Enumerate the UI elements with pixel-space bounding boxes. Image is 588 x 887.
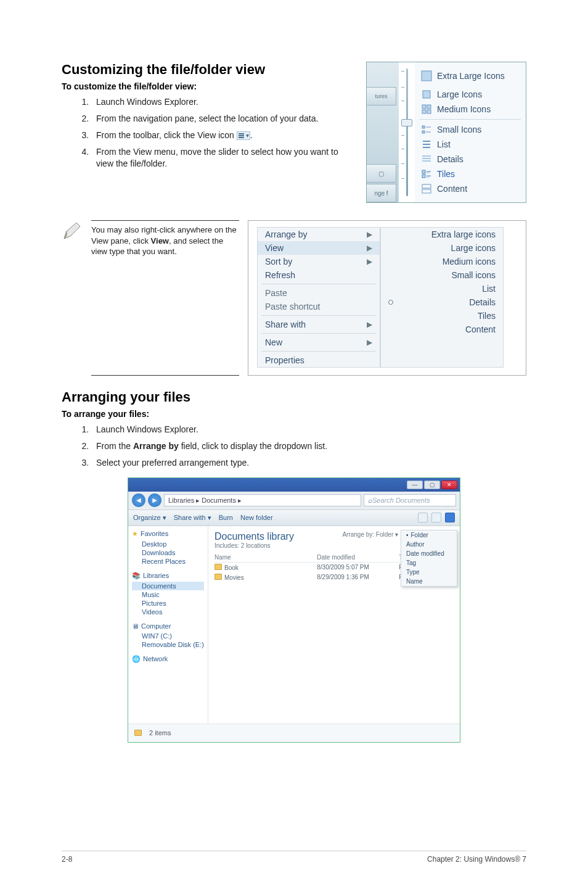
ctx-view-details[interactable]: Details: [381, 295, 503, 309]
ctx-view-list[interactable]: List: [381, 282, 503, 295]
view-small[interactable]: Small Icons: [420, 122, 521, 137]
large-icon: [421, 89, 432, 100]
ctx-refresh[interactable]: Refresh: [258, 268, 380, 282]
arrange-by-label[interactable]: Arrange by: Folder ▾: [342, 531, 398, 538]
view-medium[interactable]: Medium Icons: [420, 102, 521, 117]
tb-organize[interactable]: Organize ▾: [133, 514, 166, 522]
nav-favorites[interactable]: Favorites: [141, 530, 168, 537]
content-icon: [421, 183, 432, 194]
nav-back[interactable]: ◄: [132, 493, 145, 507]
page-number: 2-8: [62, 855, 72, 864]
arr-step-2: From the Arrange by field, click to disp…: [91, 440, 526, 452]
view-icon: [237, 131, 250, 140]
nav-removable[interactable]: Removable Disk (E:): [132, 640, 204, 649]
svg-rect-3: [427, 105, 431, 109]
steps-arranging: Launch Windows Explorer. From the Arrang…: [62, 424, 526, 469]
arrange-type[interactable]: Type: [401, 567, 457, 577]
ctx-properties[interactable]: Properties: [258, 353, 380, 367]
svg-rect-6: [422, 126, 425, 128]
arrange-tag[interactable]: Tag: [401, 558, 457, 567]
window-stub-3: nge f: [367, 184, 396, 202]
subheading-customize: To customize the file/folder view:: [62, 81, 356, 91]
view-tiles[interactable]: Tiles: [420, 167, 521, 181]
view-details[interactable]: Details: [420, 152, 521, 167]
explorer-toolbar: Organize ▾ Share with ▾ Burn New folder: [128, 510, 460, 526]
arrange-author[interactable]: Author: [401, 540, 457, 549]
arrange-by-dropdown[interactable]: FolderAuthorDate modifiedTagTypeName: [401, 530, 457, 587]
view-button-icon[interactable]: [418, 513, 428, 522]
svg-rect-7: [422, 131, 425, 133]
svg-rect-14: [422, 158, 431, 159]
min-button[interactable]: —: [407, 481, 423, 489]
nav-videos[interactable]: Videos: [132, 608, 204, 616]
view-extra-large[interactable]: Extra Large Icons: [420, 68, 521, 83]
view-size-menu: tures ▢ nge f: [366, 62, 526, 203]
context-menu-screenshot: Arrange by▶View▶Sort by▶RefreshPastePast…: [248, 220, 526, 376]
nav-libraries[interactable]: Libraries: [143, 572, 169, 579]
ctx-paste-shortcut: Paste shortcut: [258, 300, 380, 313]
preview-pane-icon[interactable]: [431, 513, 441, 522]
nav-music[interactable]: Music: [132, 590, 204, 599]
max-button[interactable]: ▢: [424, 481, 440, 489]
search-box[interactable]: ⌕ Search Documents: [364, 494, 456, 506]
context-menu-right: Extra large iconsLarge iconsMedium icons…: [380, 227, 504, 368]
svg-rect-2: [422, 105, 426, 109]
ctx-view-small-icons[interactable]: Small icons: [381, 268, 503, 282]
folder-icon: [214, 574, 222, 580]
nav-network[interactable]: Network: [143, 655, 168, 662]
context-menu-left: Arrange by▶View▶Sort by▶RefreshPastePast…: [257, 227, 380, 368]
svg-rect-19: [422, 175, 425, 178]
arrange-date-modified[interactable]: Date modified: [401, 549, 457, 558]
svg-rect-15: [422, 160, 431, 162]
subheading-arranging: To arrange your files:: [62, 409, 526, 419]
ctx-arrange-by[interactable]: Arrange by▶: [258, 228, 380, 241]
ctx-sort-by[interactable]: Sort by▶: [258, 255, 380, 268]
tb-share[interactable]: Share with ▾: [174, 514, 211, 522]
svg-rect-23: [422, 189, 431, 193]
heading-customize: Customizing the file/folder view: [62, 62, 356, 78]
nav-documents[interactable]: Documents: [132, 582, 204, 590]
view-slider[interactable]: [399, 62, 415, 202]
ctx-view-tiles[interactable]: Tiles: [381, 309, 503, 323]
nav-fwd[interactable]: ►: [148, 493, 161, 507]
note-text: You may also right-click anywhere on the…: [91, 220, 239, 376]
extra-large-icon: [421, 70, 432, 81]
svg-rect-13: [422, 155, 431, 157]
nav-c-drive[interactable]: WIN7 (C:): [132, 632, 204, 640]
tb-burn[interactable]: Burn: [219, 514, 233, 521]
nav-downloads[interactable]: Downloads: [132, 548, 204, 557]
view-large[interactable]: Large Icons: [420, 87, 521, 102]
page-footer: 2-8 Chapter 2: Using Windows® 7: [62, 851, 526, 864]
window-stub-1: tures: [367, 87, 396, 105]
ctx-view-content[interactable]: Content: [381, 323, 503, 336]
slider-handle[interactable]: [401, 119, 412, 126]
ctx-new[interactable]: New▶: [258, 336, 380, 349]
heading-arranging: Arranging your files: [62, 389, 526, 405]
close-button[interactable]: ✕: [441, 481, 457, 489]
address-bar[interactable]: Libraries ▸ Documents ▸: [164, 494, 361, 506]
tb-newfolder[interactable]: New folder: [240, 514, 273, 521]
view-content[interactable]: Content: [420, 181, 521, 196]
note-pencil-icon: [62, 220, 83, 241]
ctx-view-extra-large-icons[interactable]: Extra large icons: [381, 228, 503, 241]
arr-step-3: Select your preferred arrangement type.: [91, 457, 526, 469]
nav-computer[interactable]: Computer: [141, 622, 171, 630]
view-list[interactable]: List: [420, 137, 521, 152]
window-stub-2: ▢: [367, 164, 396, 183]
step-3: From the toolbar, click the View icon .: [91, 130, 356, 141]
nav-desktop[interactable]: Desktop: [132, 540, 204, 548]
ctx-view-medium-icons[interactable]: Medium icons: [381, 255, 503, 268]
svg-rect-0: [422, 71, 431, 81]
steps-customize: Launch Windows Explorer. From the naviga…: [62, 96, 356, 169]
arrange-folder[interactable]: Folder: [401, 530, 457, 540]
help-icon[interactable]: [445, 513, 455, 522]
arrange-name[interactable]: Name: [401, 577, 457, 586]
ctx-share-with[interactable]: Share with▶: [258, 318, 380, 331]
svg-rect-22: [422, 184, 431, 188]
window-titlebar: — ▢ ✕: [128, 478, 460, 492]
nav-pictures[interactable]: Pictures: [132, 599, 204, 608]
ctx-view-large-icons[interactable]: Large icons: [381, 241, 503, 255]
ctx-view[interactable]: View▶: [258, 241, 380, 255]
nav-recent[interactable]: Recent Places: [132, 557, 204, 566]
svg-rect-4: [422, 110, 426, 113]
